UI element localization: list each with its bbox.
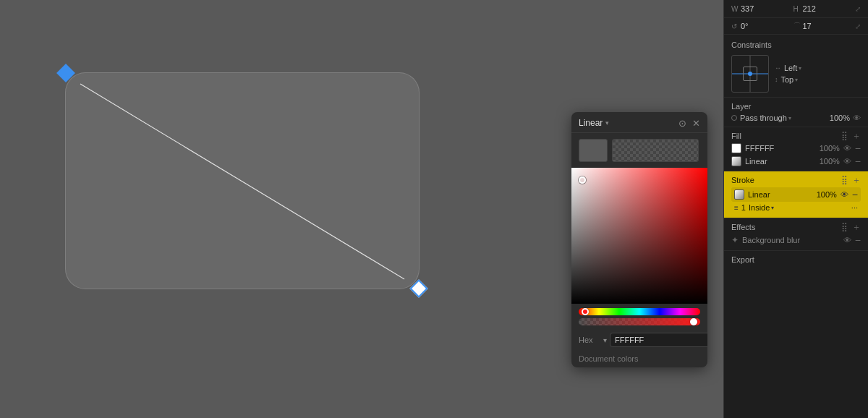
rotation-icon: ↺ xyxy=(731,22,739,30)
h-constraint-dropdown[interactable]: Left ▾ xyxy=(784,64,801,72)
stroke-pos-arrow: ▾ xyxy=(771,205,774,211)
fill-section: Fill ⣿ ＋ FFFFFF 100% 👁 − Linear 100% 👁 − xyxy=(724,127,868,171)
layer-opacity[interactable]: 100% xyxy=(827,114,850,122)
swatch-box-1[interactable] xyxy=(579,139,608,162)
picker-close-icon[interactable]: ✕ xyxy=(692,119,700,128)
width-group: W 337 xyxy=(731,4,791,13)
fill-add-icon[interactable]: ＋ xyxy=(852,132,861,140)
layer-mode-arrow: ▾ xyxy=(788,115,791,121)
fill-swatch-2[interactable] xyxy=(731,156,741,166)
stroke-title-row: Stroke ⣿ ＋ xyxy=(731,176,861,184)
layer-mode-dropdown[interactable]: Pass through ▾ xyxy=(740,114,824,122)
h-label: H xyxy=(793,5,801,13)
height-group: H 212 xyxy=(793,4,853,13)
fill-minus-icon-1[interactable]: − xyxy=(855,143,861,153)
effects-row: ✦ Background blur 👁 − xyxy=(731,234,861,246)
fill-reorder-icon[interactable]: ⣿ xyxy=(841,132,848,140)
stroke-add-icon[interactable]: ＋ xyxy=(852,176,861,184)
stroke-controls: ⣿ ＋ xyxy=(841,176,861,184)
v-constraint-dropdown[interactable]: Top ▾ xyxy=(781,75,799,84)
export-section: Export xyxy=(724,251,868,268)
fill-row-1: FFFFFF 100% 👁 − xyxy=(731,143,861,153)
rotation-row: ↺ 0° ⌒ 17 ⤢ xyxy=(724,18,868,35)
stroke-reorder-icon[interactable]: ⣿ xyxy=(841,176,848,184)
fill-row-2: Linear 100% 👁 − xyxy=(731,156,861,166)
stroke-pos-dropdown[interactable]: Inside ▾ xyxy=(749,203,774,212)
hex-input[interactable] xyxy=(610,333,707,347)
picker-title-text: Linear xyxy=(579,118,603,128)
fill-label-2: Linear xyxy=(745,157,816,166)
hex-dropdown-arrow[interactable]: ▾ xyxy=(603,336,607,344)
stroke-more-icon[interactable]: ··· xyxy=(851,203,858,212)
effects-controls: ⣿ ＋ xyxy=(841,223,861,231)
constraint-inner xyxy=(743,67,757,81)
handle-bottom-right[interactable] xyxy=(409,279,427,297)
effects-add-icon[interactable]: ＋ xyxy=(852,223,861,231)
v-constraint-icon: ↕ xyxy=(775,76,778,83)
rounded-rect[interactable] xyxy=(65,72,420,289)
effects-eye-icon[interactable]: 👁 xyxy=(843,236,851,244)
fill-eye-icon-1[interactable]: 👁 xyxy=(843,144,851,153)
constraints-widget: ↔ Left ▾ ↕ Top ▾ xyxy=(724,52,868,98)
picker-title[interactable]: Linear ▾ xyxy=(579,118,609,128)
picker-settings-icon[interactable]: ⊙ xyxy=(678,119,686,128)
swatch-row xyxy=(571,133,707,168)
hue-slider[interactable] xyxy=(579,308,700,315)
effects-title: Effects xyxy=(731,223,755,231)
stroke-eye-icon[interactable]: 👁 xyxy=(841,190,848,199)
h-constraint-value: Left xyxy=(784,64,797,72)
fill-swatch-1[interactable] xyxy=(731,143,741,153)
effects-sun-icon: ✦ xyxy=(731,235,739,245)
stroke-pos-value: Inside xyxy=(749,203,770,212)
fill-opacity-2[interactable]: 100% xyxy=(820,157,840,166)
constraint-selects: ↔ Left ▾ ↕ Top ▾ xyxy=(775,64,861,84)
constraints-title: Constraints xyxy=(724,35,868,52)
effects-minus-icon[interactable]: − xyxy=(855,234,861,246)
fill-title: Fill xyxy=(731,132,741,140)
stroke-thickness[interactable]: 1 xyxy=(741,203,746,212)
h-constraint-arrow: ▾ xyxy=(799,65,801,72)
w-value[interactable]: 337 xyxy=(741,4,764,13)
hex-row: Hex ▾ xyxy=(571,328,707,351)
stroke-minus-icon[interactable]: − xyxy=(852,189,858,200)
stroke-title: Stroke xyxy=(731,176,754,184)
effects-section: Effects ⣿ ＋ ✦ Background blur 👁 − xyxy=(724,218,868,251)
stroke-section: Stroke ⣿ ＋ Linear 100% 👁 − ≡ 1 Inside ▾ … xyxy=(724,171,868,218)
rotation-value[interactable]: 0° xyxy=(741,22,764,30)
gradient-field xyxy=(571,168,707,304)
diagonal-line xyxy=(66,73,420,290)
color-picker-popup: Linear ▾ ⊙ ✕ xyxy=(571,112,707,367)
constraint-diagram: ↔ Left ▾ ↕ Top ▾ xyxy=(731,55,861,93)
layer-dot xyxy=(731,115,737,121)
h-constraint-icon: ↔ xyxy=(775,64,781,72)
corner-value[interactable]: 17 xyxy=(803,22,826,30)
h-value[interactable]: 212 xyxy=(803,4,826,13)
effects-reorder-icon[interactable]: ⣿ xyxy=(841,223,848,231)
gradient-canvas[interactable] xyxy=(571,168,707,304)
layer-eye-icon[interactable]: 👁 xyxy=(853,114,861,122)
opacity-slider[interactable] xyxy=(579,318,700,325)
fill-title-row: Fill ⣿ ＋ xyxy=(731,132,861,140)
layer-title-row: Layer xyxy=(731,102,861,111)
gradient-indicator xyxy=(579,176,586,184)
layer-section: Layer Pass through ▾ 100% 👁 xyxy=(724,98,868,127)
stroke-swatch[interactable] xyxy=(734,189,744,200)
stroke-row: Linear 100% 👁 − xyxy=(731,187,861,202)
opacity-thumb xyxy=(690,318,697,325)
corner-group: ⌒ 17 xyxy=(793,21,853,31)
w-label: W xyxy=(731,5,739,13)
stroke-lines-icon: ≡ xyxy=(734,204,739,212)
constraint-box xyxy=(731,55,769,93)
swatch-checker[interactable] xyxy=(612,139,699,162)
dims-expand-icon[interactable]: ⤢ xyxy=(855,5,861,13)
rotation-group: ↺ 0° xyxy=(731,22,791,30)
fill-minus-icon-2[interactable]: − xyxy=(855,156,861,166)
rotation-expand-icon[interactable]: ⤢ xyxy=(855,22,861,30)
stroke-label: Linear xyxy=(748,190,813,199)
corner-icon: ⌒ xyxy=(793,21,801,31)
fill-opacity-1[interactable]: 100% xyxy=(820,144,840,153)
fill-eye-icon-2[interactable]: 👁 xyxy=(843,157,851,166)
v-constraint-row: ↕ Top ▾ xyxy=(775,75,861,84)
stroke-opacity[interactable]: 100% xyxy=(817,190,837,199)
handle-top-left[interactable] xyxy=(56,64,75,82)
